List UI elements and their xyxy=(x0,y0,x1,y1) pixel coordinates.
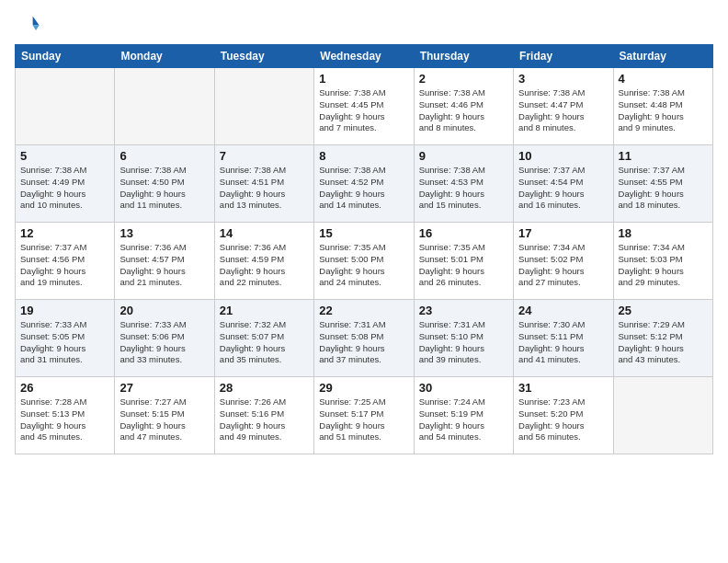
logo-icon xyxy=(15,11,40,37)
day-info: Sunrise: 7:35 AM Sunset: 5:00 PM Dayligh… xyxy=(319,242,408,289)
calendar-cell: 25Sunrise: 7:29 AM Sunset: 5:12 PM Dayli… xyxy=(613,300,712,377)
day-info: Sunrise: 7:38 AM Sunset: 4:47 PM Dayligh… xyxy=(518,87,608,134)
day-number: 15 xyxy=(319,226,408,240)
day-number: 12 xyxy=(20,226,109,240)
day-number: 20 xyxy=(119,304,209,317)
day-number: 10 xyxy=(518,149,608,163)
day-number: 1 xyxy=(319,72,408,86)
day-info: Sunrise: 7:38 AM Sunset: 4:53 PM Dayligh… xyxy=(419,165,508,212)
day-info: Sunrise: 7:26 AM Sunset: 5:16 PM Dayligh… xyxy=(220,396,309,443)
day-number: 16 xyxy=(419,226,508,240)
day-info: Sunrise: 7:33 AM Sunset: 5:06 PM Dayligh… xyxy=(119,319,209,366)
day-info: Sunrise: 7:37 AM Sunset: 4:56 PM Dayligh… xyxy=(20,242,109,289)
day-info: Sunrise: 7:34 AM Sunset: 5:02 PM Dayligh… xyxy=(518,242,608,289)
calendar-cell: 3Sunrise: 7:38 AM Sunset: 4:47 PM Daylig… xyxy=(514,68,613,145)
day-info: Sunrise: 7:37 AM Sunset: 4:55 PM Dayligh… xyxy=(619,165,708,212)
calendar-cell: 31Sunrise: 7:23 AM Sunset: 5:20 PM Dayli… xyxy=(514,377,613,454)
day-info: Sunrise: 7:24 AM Sunset: 5:19 PM Dayligh… xyxy=(419,396,508,443)
calendar-cell: 12Sunrise: 7:37 AM Sunset: 4:56 PM Dayli… xyxy=(16,223,115,300)
day-info: Sunrise: 7:36 AM Sunset: 4:59 PM Dayligh… xyxy=(220,242,309,289)
day-info: Sunrise: 7:31 AM Sunset: 5:08 PM Dayligh… xyxy=(319,319,408,366)
day-number: 4 xyxy=(619,72,708,86)
calendar-cell: 16Sunrise: 7:35 AM Sunset: 5:01 PM Dayli… xyxy=(414,223,513,300)
day-number: 30 xyxy=(419,381,508,395)
calendar-cell: 28Sunrise: 7:26 AM Sunset: 5:16 PM Dayli… xyxy=(214,377,313,454)
day-info: Sunrise: 7:23 AM Sunset: 5:20 PM Dayligh… xyxy=(518,396,608,443)
day-number: 9 xyxy=(419,149,508,163)
weekday-header: Sunday xyxy=(16,45,115,68)
day-number: 11 xyxy=(619,149,708,163)
calendar-cell: 24Sunrise: 7:30 AM Sunset: 5:11 PM Dayli… xyxy=(514,300,613,377)
day-number: 27 xyxy=(119,381,209,395)
calendar-cell xyxy=(16,68,115,145)
day-info: Sunrise: 7:34 AM Sunset: 5:03 PM Dayligh… xyxy=(619,242,708,289)
calendar-cell: 15Sunrise: 7:35 AM Sunset: 5:00 PM Dayli… xyxy=(314,223,414,300)
weekday-header: Thursday xyxy=(414,45,513,68)
day-number: 3 xyxy=(518,72,608,86)
calendar-cell: 4Sunrise: 7:38 AM Sunset: 4:48 PM Daylig… xyxy=(613,68,712,145)
calendar-cell: 1Sunrise: 7:38 AM Sunset: 4:45 PM Daylig… xyxy=(314,68,414,145)
calendar-cell: 29Sunrise: 7:25 AM Sunset: 5:17 PM Dayli… xyxy=(314,377,414,454)
weekday-header: Friday xyxy=(514,45,613,68)
day-number: 18 xyxy=(619,226,708,240)
day-number: 31 xyxy=(518,381,608,395)
week-row: 1Sunrise: 7:38 AM Sunset: 4:45 PM Daylig… xyxy=(16,68,713,145)
day-number: 2 xyxy=(419,72,508,86)
calendar-cell: 5Sunrise: 7:38 AM Sunset: 4:49 PM Daylig… xyxy=(16,145,115,223)
day-info: Sunrise: 7:27 AM Sunset: 5:15 PM Dayligh… xyxy=(119,396,209,443)
day-number: 8 xyxy=(319,149,408,163)
day-info: Sunrise: 7:38 AM Sunset: 4:46 PM Dayligh… xyxy=(419,87,508,134)
calendar-cell: 17Sunrise: 7:34 AM Sunset: 5:02 PM Dayli… xyxy=(514,223,613,300)
week-row: 12Sunrise: 7:37 AM Sunset: 4:56 PM Dayli… xyxy=(16,223,713,300)
weekday-header: Wednesday xyxy=(314,45,414,68)
day-number: 13 xyxy=(119,226,209,240)
calendar-cell: 14Sunrise: 7:36 AM Sunset: 4:59 PM Dayli… xyxy=(214,223,313,300)
day-info: Sunrise: 7:28 AM Sunset: 5:13 PM Dayligh… xyxy=(20,396,109,443)
day-info: Sunrise: 7:29 AM Sunset: 5:12 PM Dayligh… xyxy=(619,319,708,366)
day-number: 22 xyxy=(319,304,408,317)
day-info: Sunrise: 7:25 AM Sunset: 5:17 PM Dayligh… xyxy=(319,396,408,443)
day-info: Sunrise: 7:33 AM Sunset: 5:05 PM Dayligh… xyxy=(20,319,109,366)
weekday-header: Tuesday xyxy=(214,45,313,68)
day-info: Sunrise: 7:38 AM Sunset: 4:51 PM Dayligh… xyxy=(220,165,309,212)
calendar-cell: 10Sunrise: 7:37 AM Sunset: 4:54 PM Dayli… xyxy=(514,145,613,223)
calendar-cell: 6Sunrise: 7:38 AM Sunset: 4:50 PM Daylig… xyxy=(115,145,214,223)
calendar-cell: 8Sunrise: 7:38 AM Sunset: 4:52 PM Daylig… xyxy=(314,145,414,223)
calendar-cell: 30Sunrise: 7:24 AM Sunset: 5:19 PM Dayli… xyxy=(414,377,513,454)
calendar-cell: 27Sunrise: 7:27 AM Sunset: 5:15 PM Dayli… xyxy=(115,377,214,454)
day-info: Sunrise: 7:35 AM Sunset: 5:01 PM Dayligh… xyxy=(419,242,508,289)
day-number: 19 xyxy=(20,304,109,317)
day-info: Sunrise: 7:38 AM Sunset: 4:50 PM Dayligh… xyxy=(119,165,209,212)
day-number: 29 xyxy=(319,381,408,395)
day-number: 21 xyxy=(220,304,309,317)
calendar-cell xyxy=(115,68,214,145)
day-info: Sunrise: 7:38 AM Sunset: 4:52 PM Dayligh… xyxy=(319,165,408,212)
calendar-cell: 20Sunrise: 7:33 AM Sunset: 5:06 PM Dayli… xyxy=(115,300,214,377)
calendar-cell: 13Sunrise: 7:36 AM Sunset: 4:57 PM Dayli… xyxy=(115,223,214,300)
day-number: 24 xyxy=(518,304,608,317)
header xyxy=(15,11,713,37)
day-number: 23 xyxy=(419,304,508,317)
calendar-cell xyxy=(214,68,313,145)
day-info: Sunrise: 7:37 AM Sunset: 4:54 PM Dayligh… xyxy=(518,165,608,212)
calendar: SundayMondayTuesdayWednesdayThursdayFrid… xyxy=(15,44,713,454)
svg-marker-0 xyxy=(33,17,40,26)
weekday-header-row: SundayMondayTuesdayWednesdayThursdayFrid… xyxy=(16,45,713,68)
day-number: 26 xyxy=(20,381,109,395)
day-number: 25 xyxy=(619,304,708,317)
day-info: Sunrise: 7:30 AM Sunset: 5:11 PM Dayligh… xyxy=(518,319,608,366)
day-number: 28 xyxy=(220,381,309,395)
calendar-cell: 21Sunrise: 7:32 AM Sunset: 5:07 PM Dayli… xyxy=(214,300,313,377)
weekday-header: Monday xyxy=(115,45,214,68)
day-number: 6 xyxy=(119,149,209,163)
week-row: 26Sunrise: 7:28 AM Sunset: 5:13 PM Dayli… xyxy=(16,377,713,454)
calendar-cell: 9Sunrise: 7:38 AM Sunset: 4:53 PM Daylig… xyxy=(414,145,513,223)
svg-marker-1 xyxy=(33,25,40,30)
calendar-cell: 23Sunrise: 7:31 AM Sunset: 5:10 PM Dayli… xyxy=(414,300,513,377)
day-info: Sunrise: 7:31 AM Sunset: 5:10 PM Dayligh… xyxy=(419,319,508,366)
day-number: 17 xyxy=(518,226,608,240)
day-info: Sunrise: 7:38 AM Sunset: 4:49 PM Dayligh… xyxy=(20,165,109,212)
page-container: SundayMondayTuesdayWednesdayThursdayFrid… xyxy=(0,0,728,462)
calendar-cell: 22Sunrise: 7:31 AM Sunset: 5:08 PM Dayli… xyxy=(314,300,414,377)
day-number: 5 xyxy=(20,149,109,163)
